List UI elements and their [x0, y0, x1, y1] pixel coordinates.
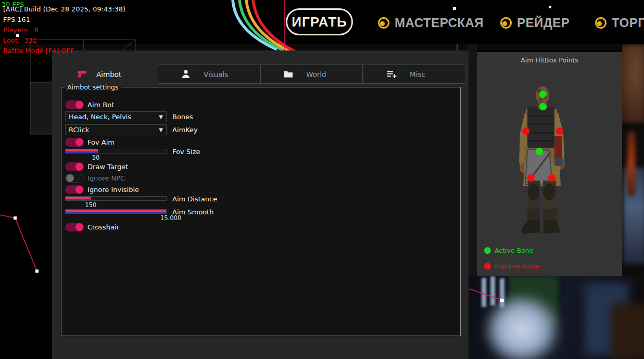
hud-line-fps: FPS 161: [3, 16, 30, 23]
toggle-knob: [75, 101, 83, 109]
tab-label: World: [306, 70, 326, 79]
toggle-label: Crosshair: [87, 223, 119, 231]
dropdown-value: Head, Neck, Pelvis: [66, 113, 159, 121]
slider-block: 15.000: [65, 209, 167, 220]
game-screen: 30 FPS[ARC] Build (Dec 28 2025, 09:43:38…: [0, 0, 644, 359]
group-title: Aimbot settings: [65, 83, 121, 91]
crosshair-toggle[interactable]: [65, 223, 84, 232]
ignore-npc-toggle[interactable]: [65, 174, 84, 183]
bones-dropdown[interactable]: Head, Neck, Pelvis▼: [65, 111, 167, 122]
tab-visuals[interactable]: Visuals: [158, 65, 260, 84]
ignore-npc-row: Ignore NPC: [65, 173, 460, 183]
legend-active-bone: Active Bone: [484, 247, 533, 254]
slider-block: 50: [65, 149, 167, 160]
hitbox-point-left-knee: [527, 174, 535, 182]
ignore-invisible-toggle[interactable]: [65, 185, 84, 194]
dropdown-label: Bones: [172, 113, 193, 121]
hud-line-loot: Loot: 331: [3, 36, 37, 44]
dropdown-label: AimKey: [172, 126, 198, 134]
slider-fill: [66, 197, 91, 200]
toggle-label: Fov Aim: [87, 138, 115, 146]
toggle-knob: [66, 174, 74, 182]
aim-distance-slider[interactable]: [65, 196, 167, 201]
settings-rows: Aim BotHead, Neck, Pelvis▼BonesRClick▼Ai…: [61, 91, 460, 232]
fov-aim-row: Fov Aim: [65, 137, 460, 147]
toggle-label: Draw Target: [87, 163, 128, 171]
aim-smooth-row: 15.000Aim Smooth: [65, 209, 460, 220]
aim-distance-row: 150Aim Distance: [65, 196, 460, 207]
crosshair-row: Crosshair: [65, 222, 460, 232]
legend-label: Inactive Bone: [495, 262, 539, 270]
hitbox-points: [477, 52, 622, 276]
legend-inactive-bone: Inactive Bone: [484, 262, 539, 270]
aimkey-dropdown[interactable]: RClick▼: [65, 124, 167, 135]
toggle-label: Ignore NPC: [87, 174, 125, 182]
dropdown-value: RClick: [66, 126, 159, 134]
aim-bot-toggle[interactable]: [65, 100, 84, 109]
hitbox-preview-panel: Aim HitBox Points: [477, 52, 622, 276]
tab-label: Misc: [410, 70, 425, 79]
tab-label: Visuals: [204, 70, 228, 79]
slider-block: 150: [65, 196, 167, 207]
folder-icon: [284, 70, 293, 78]
hitbox-point-right-knee: [548, 174, 555, 182]
tab-world[interactable]: World: [260, 65, 363, 84]
pistol-icon: [77, 70, 87, 78]
legend-dot: [484, 263, 491, 270]
draw-target-toggle[interactable]: [65, 162, 84, 171]
fov-size-slider[interactable]: [65, 149, 167, 153]
slider-label: Aim Distance: [172, 195, 217, 203]
tab-label: Aimbot: [96, 70, 121, 79]
cheat-menu-panel: AimbotVisualsWorldMisc Aimbot settings A…: [52, 50, 469, 359]
aimkey-row: RClick▼AimKey: [65, 124, 460, 135]
tab-misc[interactable]: Misc: [363, 65, 465, 84]
hitbox-point-left-shoulder: [522, 127, 529, 135]
slider-label: Fov Size: [172, 148, 200, 156]
slider-fill: [66, 210, 166, 213]
hitbox-point-right-shoulder: [556, 127, 563, 135]
legend-label: Active Bone: [495, 247, 533, 254]
tab-aimbot[interactable]: Aimbot: [52, 65, 158, 84]
fov-aim-toggle[interactable]: [65, 138, 84, 147]
legend-dot: [484, 247, 491, 254]
hud-line-arc: [ARC] Build (Dec 28 2025, 09:43:38): [3, 5, 125, 13]
bones-row: Head, Neck, Pelvis▼Bones: [65, 111, 460, 122]
hitbox-point-pelvis: [536, 148, 543, 155]
hud-line-players: Players: 8: [3, 26, 39, 34]
hud-line-battle: Battle Mode [F4] OFF: [3, 47, 74, 55]
toggle-knob: [75, 186, 83, 194]
aim-smooth-slider[interactable]: [65, 209, 167, 214]
toggle-label: Ignore Invisible: [87, 186, 139, 194]
playlist-add-icon: [386, 70, 397, 78]
person-icon: [181, 70, 191, 79]
aim-bot-row: Aim Bot: [65, 100, 460, 109]
hitbox-point-head: [539, 91, 547, 98]
fov-size-row: 50Fov Size: [65, 149, 460, 160]
hitbox-point-neck: [539, 103, 547, 110]
slider-value: 50: [92, 154, 100, 161]
toggle-knob: [75, 163, 83, 171]
slider-value: 150: [85, 201, 96, 209]
toggle-knob: [75, 223, 83, 231]
slider-value: 15.000: [160, 214, 181, 222]
chevron-down-icon: ▼: [159, 127, 166, 133]
draw-target-row: Draw Target: [65, 162, 460, 171]
ignore-invisible-row: Ignore Invisible: [65, 185, 460, 194]
toggle-knob: [75, 138, 83, 146]
toggle-label: Aim Bot: [87, 101, 114, 109]
chevron-down-icon: ▼: [159, 114, 166, 120]
aimbot-settings-group: Aimbot settings Aim BotHead, Neck, Pelvi…: [61, 83, 461, 336]
slider-fill: [66, 149, 98, 153]
